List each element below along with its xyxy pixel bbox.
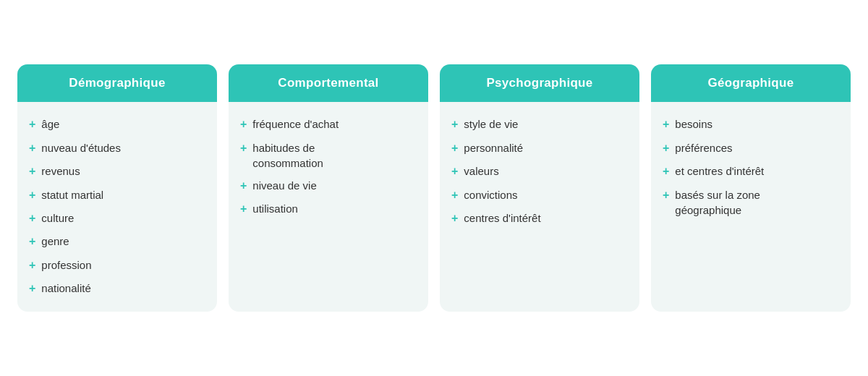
card-geographique: Géographique+besoins+préférences+et cent…: [651, 64, 851, 311]
item-label: utilisation: [252, 201, 298, 216]
plus-icon: +: [29, 116, 35, 132]
list-item: +centres d'intérêt: [451, 210, 626, 226]
list-item: +préférences: [663, 140, 838, 156]
item-label: personnalité: [464, 140, 523, 155]
list-item: +culture: [29, 210, 204, 226]
plus-icon: +: [240, 201, 247, 217]
card-body-psychographique: +style de vie+personnalité+valeurs+convi…: [440, 102, 639, 311]
item-label: niveau de vie: [252, 178, 316, 193]
item-label: nationalité: [41, 281, 90, 296]
item-label: besoins: [675, 116, 712, 132]
list-item: +genre: [29, 234, 204, 249]
list-item: +fréquence d'achat: [240, 116, 415, 132]
plus-icon: +: [663, 140, 669, 156]
list-item: +profession: [29, 257, 204, 273]
list-item: +besoins: [663, 116, 838, 132]
item-label: nuveau d'études: [41, 140, 121, 155]
plus-icon: +: [240, 178, 247, 194]
card-title-psychographique: Psychographique: [454, 76, 625, 90]
item-label: préférences: [675, 140, 732, 155]
card-header-comportemental: Comportemental: [229, 64, 428, 102]
list-item: +personnalité: [451, 140, 626, 156]
item-label: habitudes de consommation: [252, 140, 323, 171]
list-item: +habitudes de consommation: [240, 140, 415, 171]
card-body-comportemental: +fréquence d'achat+habitudes de consomma…: [229, 102, 428, 311]
plus-icon: +: [663, 163, 669, 179]
list-item: +revenus: [29, 163, 204, 179]
card-demographique: Démographique+âge+nuveau d'études+revenu…: [17, 64, 217, 311]
card-psychographique: Psychographique+style de vie+personnalit…: [440, 64, 639, 311]
plus-icon: +: [29, 163, 35, 179]
card-header-demographique: Démographique: [17, 64, 217, 102]
list-item: +utilisation: [240, 201, 415, 217]
plus-icon: +: [451, 116, 458, 132]
plus-icon: +: [29, 257, 35, 273]
list-item: +nationalité: [29, 281, 204, 296]
plus-icon: +: [663, 116, 669, 132]
item-label: statut martial: [41, 187, 103, 202]
plus-icon: +: [29, 187, 35, 203]
item-label: valeurs: [464, 163, 498, 179]
card-title-demographique: Démographique: [32, 76, 203, 90]
plus-icon: +: [451, 210, 458, 226]
item-label: culture: [41, 210, 74, 226]
card-header-psychographique: Psychographique: [440, 64, 639, 102]
item-label: style de vie: [464, 116, 518, 132]
item-label: fréquence d'achat: [252, 116, 339, 132]
card-comportemental: Comportemental+fréquence d'achat+habitud…: [229, 64, 428, 311]
main-grid: Démographique+âge+nuveau d'études+revenu…: [0, 47, 868, 328]
card-header-geographique: Géographique: [651, 64, 851, 102]
list-item: +basés sur la zone géographique: [663, 187, 838, 218]
plus-icon: +: [29, 234, 35, 249]
item-label: convictions: [464, 187, 517, 202]
plus-icon: +: [29, 140, 35, 156]
item-label: profession: [41, 257, 91, 273]
plus-icon: +: [240, 140, 247, 156]
list-item: +valeurs: [451, 163, 626, 179]
card-title-geographique: Géographique: [665, 76, 836, 90]
list-item: +niveau de vie: [240, 178, 415, 194]
plus-icon: +: [451, 187, 458, 203]
item-label: centres d'intérêt: [464, 210, 540, 226]
item-label: genre: [41, 234, 69, 249]
plus-icon: +: [240, 116, 247, 132]
list-item: +nuveau d'études: [29, 140, 204, 156]
list-item: +et centres d'intérêt: [663, 163, 838, 179]
list-item: +style de vie: [451, 116, 626, 132]
plus-icon: +: [451, 163, 458, 179]
plus-icon: +: [663, 187, 669, 203]
plus-icon: +: [29, 281, 35, 296]
card-body-geographique: +besoins+préférences+et centres d'intérê…: [651, 102, 851, 311]
plus-icon: +: [451, 140, 458, 156]
card-body-demographique: +âge+nuveau d'études+revenus+statut mart…: [17, 102, 217, 311]
item-label: basés sur la zone géographique: [675, 187, 760, 218]
list-item: +convictions: [451, 187, 626, 203]
item-label: revenus: [41, 163, 80, 179]
plus-icon: +: [29, 210, 35, 226]
item-label: et centres d'intérêt: [675, 163, 764, 179]
list-item: +âge: [29, 116, 204, 132]
item-label: âge: [41, 116, 59, 132]
card-title-comportemental: Comportemental: [243, 76, 414, 90]
list-item: +statut martial: [29, 187, 204, 203]
